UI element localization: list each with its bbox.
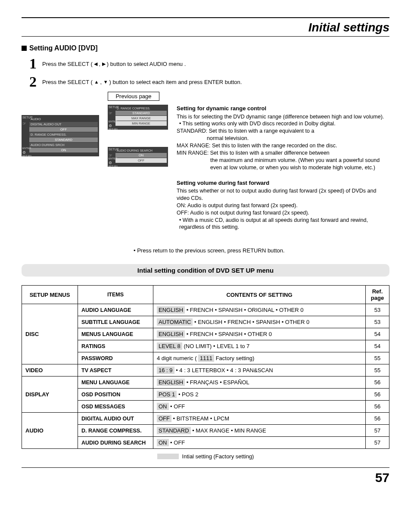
setup-menu-cell: AUDIO	[22, 413, 78, 449]
setup-menu-cell: DISPLAY	[22, 376, 78, 413]
osd-value: STANDARD	[29, 137, 98, 142]
ref-page-cell: 53	[366, 316, 389, 328]
ref-page-cell: 56	[366, 413, 389, 425]
ref-page-cell: 55	[366, 352, 389, 364]
contents-cell: ENGLISH • FRENCH • SPANISH • OTHER 0	[153, 328, 366, 340]
osd-return-label: RETURN	[109, 165, 118, 168]
triangle-left-icon: ◀	[94, 61, 99, 66]
diagram-right: Setting for dynamic range control This i…	[177, 93, 389, 239]
factory-setting-highlight: LEVEL 8	[157, 342, 182, 350]
th-ref: Ref. page	[366, 286, 389, 304]
osd-return-label: RETURN	[109, 128, 118, 131]
desc-line: This is for selecting the DVD dynamic ra…	[177, 113, 389, 121]
desc-line: MAX RANGE: Set this to listen with the r…	[177, 142, 389, 149]
previous-page-box: Previous page	[108, 92, 159, 101]
page-title: Initial settings	[308, 21, 389, 34]
table-body: DISCAUDIO LANGUAGEENGLISH • FRENCH • SPA…	[22, 304, 389, 449]
ref-page-cell: 56	[366, 389, 389, 401]
osd-setup-label: SETUP	[109, 106, 118, 109]
ref-page-cell: 54	[366, 340, 389, 352]
factory-setting-highlight: ENGLISH	[157, 306, 185, 314]
return-note: • Press return to the previous screen, p…	[134, 247, 389, 254]
osd-title: AUDIO DURING SEARCH	[115, 149, 167, 152]
factory-setting-highlight: 16 : 9	[157, 367, 174, 374]
hand-icon: ☞	[22, 121, 26, 126]
osd-option: ON	[115, 153, 167, 158]
osd-option: MAX RANGE	[115, 116, 167, 121]
desc-line: the maximum and minimum volume. (When yo…	[177, 157, 389, 171]
osd-row: DIGITAL AUDIO OUT	[29, 122, 98, 127]
desc-line: STANDARD: Set this to listen with a rang…	[177, 128, 389, 135]
header-row: Initial settings	[22, 21, 389, 34]
factory-setting-highlight: ON	[157, 403, 169, 410]
osd-enter-label: ENTER	[109, 120, 117, 123]
factory-setting-highlight: AUTOMATIC	[157, 318, 193, 326]
factory-setting-highlight: OFF	[157, 415, 171, 422]
item-cell: OSD MESSAGES	[78, 401, 153, 413]
desc-drange: Setting for dynamic range control This i…	[177, 105, 389, 171]
rule-under-title	[22, 36, 389, 37]
setup-menu-cell: DISC	[22, 304, 78, 364]
contents-cell: AUTOMATIC • ENGLISH • FRENCH • SPANISH •…	[153, 316, 366, 328]
osd-drange: SETUP ☞ D. RANGE COMPRESS. STANDARD MAX …	[108, 105, 168, 130]
ref-page-cell: 55	[366, 364, 389, 376]
th-contents: CONTENTS OF SETTING	[153, 286, 366, 304]
item-cell: AUDIO DURING SEARCH	[78, 437, 153, 449]
step-1-post: ) button to select AUDIO menu .	[107, 61, 186, 67]
item-cell: D. RANGE COMPRESS.	[78, 425, 153, 437]
factory-setting-highlight: ENGLISH	[157, 379, 185, 386]
ref-page-cell: 54	[366, 328, 389, 340]
table-heading-band: Intial setting condition of DVD SET UP m…	[22, 264, 389, 277]
dial-icon: ⚙	[22, 150, 26, 155]
contents-cell: OFF • BITSTREAM • LPCM	[153, 413, 366, 425]
desc-line: normal television.	[177, 135, 389, 142]
factory-setting-highlight: ON	[157, 439, 169, 446]
table-row: DISPLAYMENU LANGUAGEENGLISH • FRANÇAIS •…	[22, 376, 389, 389]
item-cell: TV ASPECT	[78, 364, 153, 376]
section-heading: Setting AUDIO [DVD]	[22, 44, 389, 52]
contents-cell: ENGLISH • FRANÇAIS • ESPAÑOL	[153, 376, 366, 389]
table-row: VIDEOTV ASPECT16 : 9 • 4 : 3 LETTERBOX •…	[22, 364, 389, 376]
contents-cell: POS 1 • POS 2	[153, 389, 366, 401]
step-number-2: 2	[29, 75, 42, 89]
page-number: 57	[22, 470, 389, 485]
item-cell: AUDIO LANGUAGE	[78, 304, 153, 316]
desc-audiosearch: Setting volume during fast forward This …	[177, 179, 389, 231]
item-cell: SUBTITLE LANGUAGE	[78, 316, 153, 328]
contents-cell: 16 : 9 • 4 : 3 LETTERBOX • 4 : 3 PAN&SCA…	[153, 364, 366, 376]
triangle-right-icon: ▶	[102, 61, 107, 66]
osd-setup-label: SETUP	[22, 116, 32, 119]
item-cell: DIGITAL AUDIO OUT	[78, 413, 153, 425]
desc-line: • With a music CD, audio is output at al…	[177, 217, 389, 231]
osd-main: SETUP ☞ AUDIO DIGITAL AUDIO OUT OFF D. R…	[22, 115, 99, 156]
desc-line: ON: Audio is output during fast forward …	[177, 202, 389, 209]
page: Initial settings Setting AUDIO [DVD] 1 P…	[0, 0, 411, 498]
osd-return-label: RETURN	[22, 155, 31, 157]
desc-line: OFF: Audio is not output during fast for…	[177, 209, 389, 217]
triangle-up-icon: ▲	[94, 79, 100, 84]
square-bullet-icon	[22, 46, 27, 51]
item-cell: MENUS LANGUAGE	[78, 328, 153, 340]
desc-line: • This setting works only with DVD discs…	[177, 120, 389, 128]
setup-table: SETUP MENUS ITEMS CONTENTS OF SETTING Re…	[22, 285, 389, 449]
item-cell: PASSWORD	[78, 352, 153, 364]
th-items: ITEMS	[78, 286, 153, 304]
ref-page-cell: 57	[366, 437, 389, 449]
th-setup-menus: SETUP MENUS	[22, 286, 78, 304]
osd-enter-label: ENTER	[109, 157, 117, 160]
contents-cell: LEVEL 8 (NO LIMIT) • LEVEL 1 to 7	[153, 340, 366, 352]
osd-title: D. RANGE COMPRESS.	[115, 106, 167, 110]
factory-setting-highlight: STANDARD	[157, 427, 191, 434]
legend: Intial setting (Factory setting)	[22, 453, 389, 460]
hand-icon: ☞	[109, 111, 112, 115]
ref-page-cell: 56	[366, 376, 389, 389]
rule-top	[22, 17, 389, 18]
step-2: 2 Press the SELECT ( ▲ , ▼ ) button to s…	[29, 75, 389, 89]
osd-audiosearch: SETUP ☞ AUDIO DURING SEARCH ON OFF ENTER…	[108, 147, 168, 167]
item-cell: RATINGS	[78, 340, 153, 352]
ref-page-cell: 53	[366, 304, 389, 316]
step-1-text: Press the SELECT ( ◀ , ▶ ) button to sel…	[42, 56, 186, 67]
contents-cell: ENGLISH • FRENCH • SPANISH • ORIGINAL • …	[153, 304, 366, 316]
item-cell: MENU LANGUAGE	[78, 376, 153, 389]
legend-swatch	[157, 454, 179, 459]
